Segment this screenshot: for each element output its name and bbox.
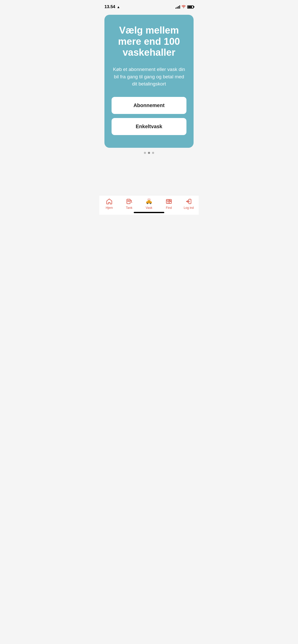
dot-3: [152, 152, 154, 154]
promo-card: Vælg mellem mere end 100 vaskehaller Køb…: [104, 15, 194, 148]
nav-label-hjem: Hjem: [106, 206, 113, 210]
nav-item-tank[interactable]: Tank: [121, 198, 137, 210]
main-content: Vælg mellem mere end 100 vaskehaller Køb…: [99, 12, 199, 159]
status-bar: 13.54 ▲: [99, 0, 199, 12]
svg-point-0: [183, 8, 184, 8]
enkeltvask-button[interactable]: Enkeltvask: [112, 118, 186, 135]
status-icons: [175, 5, 194, 9]
home-icon: [106, 198, 113, 205]
time-text: 13.54: [104, 4, 115, 9]
nav-item-vask[interactable]: Vask: [141, 198, 157, 210]
status-time: 13.54 ▲: [104, 4, 120, 9]
nav-item-log-ind[interactable]: Log ind: [181, 198, 196, 210]
dot-2: [148, 152, 150, 154]
location-icon: ▲: [117, 5, 120, 9]
nav-label-log-ind: Log ind: [184, 206, 194, 210]
battery-icon: [187, 5, 194, 9]
wifi-icon: [182, 5, 186, 9]
signal-bars-icon: [175, 5, 180, 9]
svg-point-3: [147, 203, 148, 204]
nav-label-tank: Tank: [126, 206, 132, 210]
pagination-dots: [144, 152, 154, 154]
car-wash-icon: [145, 198, 153, 205]
dot-1: [144, 152, 146, 154]
card-title: Vælg mellem mere end 100 vaskehaller: [112, 25, 186, 58]
nav-item-find[interactable]: Find: [161, 198, 177, 210]
svg-point-4: [150, 203, 151, 204]
home-bar: [134, 212, 164, 213]
login-icon: [185, 198, 192, 205]
nav-label-find: Find: [166, 206, 172, 210]
gas-icon: [126, 198, 133, 205]
map-icon: [165, 198, 172, 205]
nav-label-vask: Vask: [146, 206, 152, 210]
nav-item-hjem[interactable]: Hjem: [102, 198, 117, 210]
card-subtitle: Køb et abonnement eller vask din bil fra…: [112, 66, 186, 88]
abonnement-button[interactable]: Abonnement: [112, 97, 186, 114]
